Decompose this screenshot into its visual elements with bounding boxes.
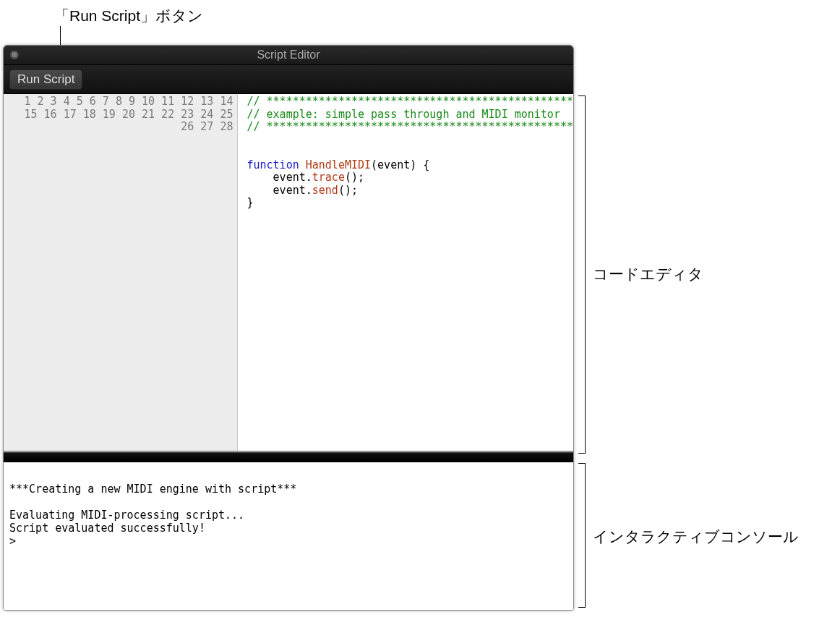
line-number-gutter: 1 2 3 4 5 6 7 8 9 10 11 12 13 14 15 16 1… [4, 94, 238, 451]
toolbar: Run Script [4, 65, 573, 94]
code-editor[interactable]: 1 2 3 4 5 6 7 8 9 10 11 12 13 14 15 16 1… [4, 94, 573, 452]
annotation-run-script: 「Run Script」ボタン [54, 6, 203, 26]
callout-line [60, 26, 61, 45]
titlebar: ⊗ Script Editor [4, 46, 573, 65]
annotation-code-editor: コードエディタ [593, 264, 703, 284]
callout-bracket-code [578, 95, 586, 454]
window-title: Script Editor [4, 48, 573, 61]
interactive-console[interactable]: ***Creating a new MIDI engine with scrip… [4, 462, 573, 610]
close-icon[interactable]: ⊗ [9, 50, 20, 60]
callout-bracket-console [578, 463, 586, 608]
run-script-button[interactable]: Run Script [9, 69, 82, 90]
script-editor-window: ⊗ Script Editor Run Script 1 2 3 4 5 6 7… [3, 45, 574, 611]
splitter-handle[interactable] [4, 452, 573, 462]
annotation-console: インタラクティブコンソール [593, 527, 799, 547]
code-content[interactable]: // *************************************… [238, 94, 573, 451]
